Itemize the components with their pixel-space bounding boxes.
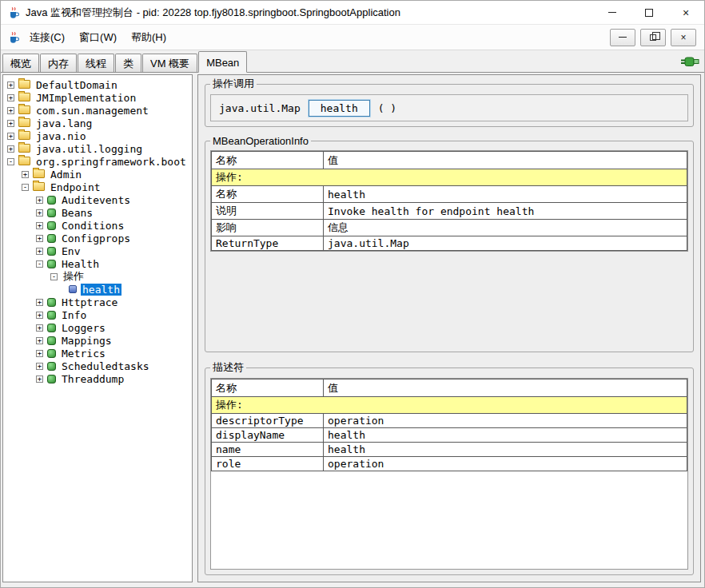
tree-item[interactable]: +Env: [3, 244, 192, 257]
tab-threads[interactable]: 线程: [78, 54, 114, 72]
tab-overview[interactable]: 概览: [2, 54, 39, 72]
expand-toggle-icon[interactable]: +: [36, 375, 43, 383]
table-row[interactable]: descriptorTypeoperation: [212, 414, 687, 428]
window-minimize-button[interactable]: [594, 1, 631, 24]
collapse-toggle-icon[interactable]: -: [36, 260, 43, 268]
table-row[interactable]: 说明Invoke health for endpoint health: [212, 203, 687, 220]
frame-minimize-button[interactable]: [610, 29, 635, 46]
tree-item[interactable]: +Httptrace: [3, 296, 192, 308]
tree-item[interactable]: +Metrics: [3, 347, 192, 360]
tree-item[interactable]: -Endpoint: [3, 181, 192, 193]
expand-toggle-icon[interactable]: +: [36, 248, 43, 255]
tree-item[interactable]: +java.util.logging: [3, 142, 192, 155]
tab-bar: 概览 内存 线程 类 VM 概要 MBean: [1, 50, 704, 73]
tree-item[interactable]: +com.sun.management: [3, 104, 192, 117]
menu-window[interactable]: 窗口(W): [73, 27, 123, 48]
expand-toggle-icon[interactable]: +: [36, 235, 43, 242]
mbean-icon: [47, 221, 56, 230]
expand-toggle-icon[interactable]: +: [36, 222, 43, 229]
tree-item[interactable]: +Beans: [3, 206, 192, 219]
tab-memory[interactable]: 内存: [40, 54, 77, 72]
folder-icon: [18, 157, 30, 165]
table-row[interactable]: ReturnTypejava.util.Map: [212, 236, 687, 251]
table-row[interactable]: namehealth: [212, 443, 687, 457]
cell-value: health: [324, 443, 687, 457]
cell-name: name: [212, 443, 324, 457]
window-close-button[interactable]: ×: [667, 1, 704, 24]
tree-item[interactable]: +Configprops: [3, 232, 192, 244]
tree-item[interactable]: +Info: [3, 308, 192, 321]
table-row[interactable]: displayNamehealth: [212, 428, 687, 443]
tree-item-label: 操作: [62, 269, 86, 284]
table-row[interactable]: 名称health: [212, 186, 687, 203]
cell-name: 名称: [212, 186, 324, 203]
tree-item[interactable]: +Scheduledtasks: [3, 360, 192, 372]
tree-item[interactable]: +Loggers: [3, 321, 192, 334]
tree-item[interactable]: +Conditions: [3, 219, 192, 232]
expand-toggle-icon[interactable]: +: [36, 209, 43, 217]
tree-item-label: Mappings: [60, 335, 114, 347]
tree-item-label: Env: [60, 245, 82, 257]
tree-item[interactable]: +JMImplementation: [3, 91, 192, 104]
collapse-toggle-icon[interactable]: -: [22, 184, 29, 191]
tree-item[interactable]: +java.lang: [3, 117, 192, 129]
expand-toggle-icon[interactable]: +: [7, 107, 14, 114]
cell-name: 影响: [212, 220, 324, 236]
frame-close-button[interactable]: ×: [671, 29, 696, 46]
window-maximize-button[interactable]: [631, 1, 667, 24]
column-header-value[interactable]: 值: [324, 379, 687, 397]
expand-toggle-icon[interactable]: +: [36, 350, 43, 357]
operation-detail-panel: 操作调用 java.util.Map health ( ) MBeanOpera…: [197, 74, 701, 582]
descriptor-scrollpane[interactable]: 名称 值 操作: descriptorTypeoperation display…: [210, 378, 688, 570]
tree-item[interactable]: +Threaddump: [3, 372, 192, 385]
tree-item-label: com.sun.management: [34, 105, 150, 117]
tree-item[interactable]: -org.springframework.boot: [3, 155, 192, 168]
mbean-icon: [47, 362, 56, 371]
expand-toggle-icon[interactable]: +: [36, 197, 43, 204]
tree-item[interactable]: -Health: [3, 257, 192, 270]
collapse-toggle-icon[interactable]: -: [50, 273, 58, 280]
menu-connection[interactable]: 连接(C): [23, 27, 71, 48]
tree-item[interactable]: +Mappings: [3, 334, 192, 347]
folder-icon: [33, 169, 45, 178]
minimize-icon: [608, 12, 616, 13]
expand-toggle-icon[interactable]: +: [7, 94, 14, 101]
tree-item[interactable]: +DefaultDomain: [3, 78, 192, 91]
expand-toggle-icon[interactable]: +: [36, 337, 43, 344]
collapse-toggle-icon[interactable]: -: [7, 158, 14, 165]
minimize-icon: [619, 37, 627, 38]
mbean-icon: [47, 196, 56, 205]
tree-item[interactable]: +Auditevents: [3, 193, 192, 206]
column-header-name[interactable]: 名称: [212, 152, 324, 169]
table-row[interactable]: 影响信息: [212, 220, 687, 236]
expand-toggle-icon[interactable]: +: [22, 171, 29, 178]
invoke-health-button[interactable]: health: [309, 100, 370, 117]
column-header-value[interactable]: 值: [324, 152, 687, 169]
tab-mbean[interactable]: MBean: [198, 51, 247, 73]
expand-toggle-icon[interactable]: +: [36, 299, 43, 306]
tree-item[interactable]: -操作: [3, 270, 192, 283]
cell-name: descriptorType: [212, 414, 324, 428]
column-header-name[interactable]: 名称: [212, 379, 324, 397]
expand-toggle-icon[interactable]: +: [7, 145, 14, 153]
expand-toggle-icon[interactable]: +: [7, 133, 14, 140]
tree-item-selected[interactable]: health: [3, 283, 192, 296]
tab-vm-summary[interactable]: VM 概要: [142, 54, 197, 72]
table-row[interactable]: roleoperation: [212, 457, 687, 471]
table-header-row: 名称 值: [212, 379, 687, 397]
expand-toggle-icon[interactable]: +: [7, 120, 14, 127]
expand-toggle-icon[interactable]: +: [36, 324, 43, 332]
folder-icon: [18, 105, 30, 114]
menu-help[interactable]: 帮助(H): [125, 27, 173, 48]
tree-item[interactable]: +java.nio: [3, 129, 192, 142]
expand-toggle-icon[interactable]: +: [36, 363, 43, 370]
frame-restore-button[interactable]: [640, 29, 666, 46]
tab-classes[interactable]: 类: [115, 54, 141, 72]
expand-toggle-icon[interactable]: +: [36, 312, 43, 319]
operation-info-scrollpane[interactable]: 名称 值 操作: 名称health 说明Invoke health for en…: [210, 150, 688, 252]
tree-item[interactable]: +Admin: [3, 168, 192, 181]
jconsole-window: Java 监视和管理控制台 - pid: 20228 top.fjy8018.s…: [0, 0, 705, 588]
cell-name: displayName: [212, 428, 324, 443]
expand-toggle-icon[interactable]: +: [7, 81, 14, 89]
java-logo-icon: [7, 6, 20, 19]
